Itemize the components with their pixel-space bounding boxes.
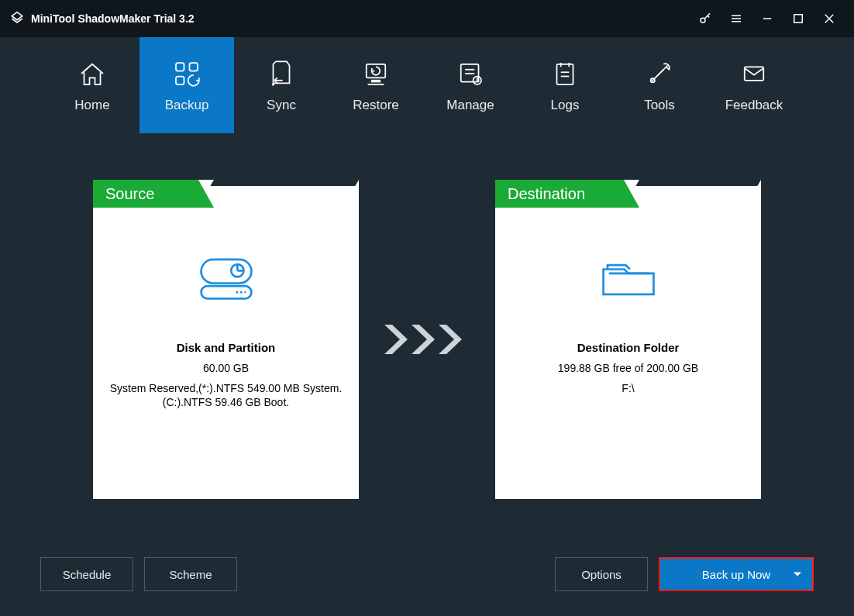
titlebar: MiniTool ShadowMaker Trial 3.2 (0, 0, 854, 37)
destination-title: Destination Folder (577, 341, 680, 354)
source-size: 60.00 GB (203, 362, 249, 374)
footer: Schedule Scheme Options Back up Now (0, 557, 854, 591)
nav-sync-label: Sync (267, 98, 296, 113)
disk-icon (191, 254, 261, 305)
nav-tools-label: Tools (644, 98, 675, 113)
nav-sync[interactable]: Sync (234, 37, 329, 133)
arrows-icon (381, 322, 473, 357)
source-title: Disk and Partition (177, 341, 276, 354)
svg-rect-28 (201, 286, 251, 298)
source-tab: Source (93, 180, 198, 208)
key-icon[interactable] (690, 0, 721, 37)
destination-card[interactable]: Destination Destination Folder 199.88 GB… (495, 180, 761, 499)
nav-logs[interactable]: Logs (518, 37, 612, 133)
options-button[interactable]: Options (555, 557, 648, 591)
svg-rect-10 (176, 77, 184, 85)
options-button-label: Options (581, 568, 622, 581)
app-title: MiniTool ShadowMaker Trial 3.2 (31, 12, 195, 25)
source-card[interactable]: Source Disk and Partition 60.00 GB Syste… (93, 180, 359, 499)
destination-path: F:\ (622, 382, 634, 394)
svg-point-11 (273, 84, 274, 85)
nav-logs-label: Logs (551, 98, 580, 113)
svg-rect-8 (176, 63, 184, 71)
svg-rect-25 (745, 67, 764, 81)
close-icon[interactable] (814, 0, 845, 37)
scheme-button[interactable]: Scheme (144, 557, 237, 591)
destination-tab-label: Destination (508, 185, 585, 203)
maximize-icon[interactable] (783, 0, 814, 37)
destination-tab: Destination (495, 180, 624, 208)
nav-restore[interactable]: Restore (329, 37, 423, 133)
source-tab-label: Source (105, 185, 154, 203)
nav-manage-label: Manage (446, 98, 494, 113)
source-detail-1: System Reserved,(*:).NTFS 549.00 MB Syst… (110, 382, 343, 394)
nav-home-label: Home (74, 98, 109, 113)
schedule-button[interactable]: Schedule (40, 557, 133, 591)
nav-home[interactable]: Home (45, 37, 139, 133)
nav-restore-label: Restore (353, 98, 399, 113)
nav-tools[interactable]: Tools (612, 37, 707, 133)
menu-icon[interactable] (721, 0, 752, 37)
svg-rect-9 (190, 63, 198, 71)
scheme-button-label: Scheme (169, 568, 212, 581)
nav-backup-label: Backup (165, 98, 209, 113)
destination-free: 199.88 GB free of 200.00 GB (558, 362, 698, 374)
app-logo: MiniTool ShadowMaker Trial 3.2 (9, 11, 195, 26)
backup-now-button[interactable]: Back up Now (659, 557, 814, 591)
schedule-button-label: Schedule (63, 568, 112, 581)
source-detail-2: (C:).NTFS 59.46 GB Boot. (163, 396, 289, 408)
minimize-icon[interactable] (752, 0, 783, 37)
main-nav: Home Backup Sync Restore Manage Logs Too… (0, 37, 854, 133)
svg-rect-19 (557, 64, 573, 84)
nav-feedback-label: Feedback (725, 98, 783, 113)
chevron-down-icon (794, 573, 801, 576)
content-area: Source Disk and Partition 60.00 GB Syste… (0, 133, 854, 499)
svg-rect-13 (372, 81, 381, 82)
nav-backup[interactable]: Backup (139, 37, 234, 133)
svg-rect-5 (794, 15, 803, 23)
folder-icon (594, 254, 663, 305)
svg-point-0 (701, 18, 705, 22)
nav-feedback[interactable]: Feedback (707, 37, 801, 133)
backup-now-label: Back up Now (702, 568, 770, 581)
nav-manage[interactable]: Manage (423, 37, 518, 133)
